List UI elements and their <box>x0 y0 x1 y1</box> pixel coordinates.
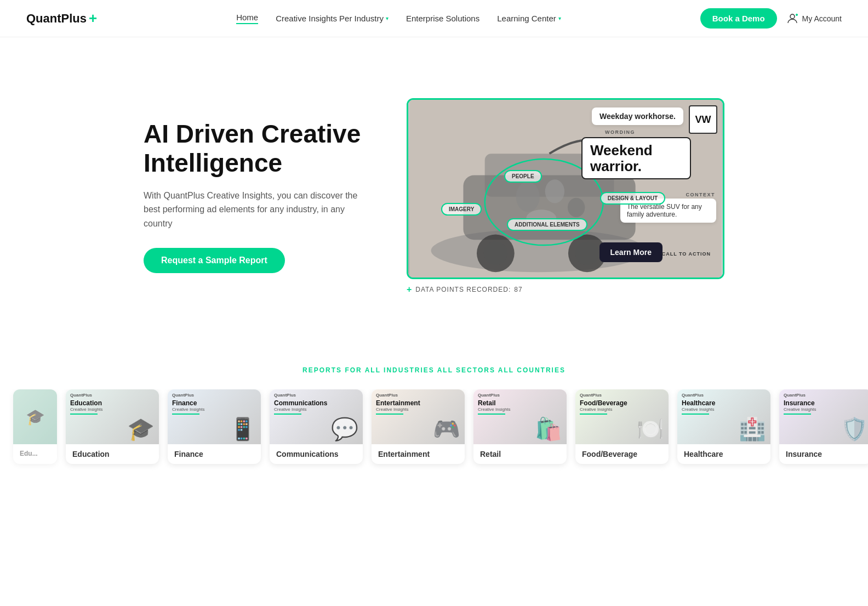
weekday-text: Weekday workhorse. <box>599 112 676 121</box>
nav-creative-insights[interactable]: Creative Insights Per Industry ▾ <box>276 14 389 23</box>
list-item[interactable]: 🛡️ QuantPlus Insurance Creative Insights… <box>779 389 868 464</box>
nav-learning-center[interactable]: Learning Center ▾ <box>497 14 561 23</box>
list-item[interactable]: 🛍️ QuantPlus Retail Creative Insights Re… <box>473 389 567 464</box>
weekend-box: Weekend warrior. <box>581 137 691 179</box>
weekday-box: Weekday workhorse. <box>592 107 683 125</box>
list-item[interactable]: 🎓 QuantPlus Education Creative Insights … <box>66 389 159 464</box>
vw-logo: VW <box>689 105 717 134</box>
account-icon <box>786 12 799 25</box>
nav-home[interactable]: Home <box>236 13 258 24</box>
nav-enterprise[interactable]: Enterprise Solutions <box>406 14 479 23</box>
my-account-link[interactable]: My Account <box>786 12 842 25</box>
cta-label: CALL TO ACTION <box>662 251 711 257</box>
wording-label: WORDING <box>605 129 635 135</box>
data-points-label: DATA POINTS RECORDED: <box>415 286 511 293</box>
list-item[interactable]: 🎓 Edu... <box>13 389 57 464</box>
logo-text: QuantPlus <box>26 12 87 26</box>
svg-point-0 <box>790 14 795 19</box>
hero-subtitle: With QuantPlus Creative Insights, you ca… <box>144 189 363 231</box>
request-sample-button[interactable]: Request a Sample Report <box>144 248 285 273</box>
reports-section: REPORTS FOR ALL INDUSTRIES ALL SECTORS A… <box>0 344 868 486</box>
industry-carousel[interactable]: 🎓 Edu... 🎓 QuantPlus Education Creative … <box>0 389 868 475</box>
people-tag: PEOPLE <box>504 170 542 183</box>
book-demo-button[interactable]: Book a Demo <box>700 8 777 29</box>
list-item[interactable]: 🏥 QuantPlus Healthcare Creative Insights… <box>677 389 770 464</box>
list-item[interactable]: 📱 QuantPlus Finance Creative Insights Fi… <box>168 389 261 464</box>
cta-button[interactable]: Learn More <box>599 242 663 262</box>
ad-overlay: VW Weekday workhorse. WORDING Weekend wa… <box>408 100 723 277</box>
list-item[interactable]: 💬 QuantPlus Communications Creative Insi… <box>270 389 363 464</box>
hero-ad-image: VW Weekday workhorse. WORDING Weekend wa… <box>407 98 724 279</box>
nav-actions: Book a Demo My Account <box>700 8 842 29</box>
hero-title: AI Driven Creative Intelligence <box>144 120 363 178</box>
nav-links: Home Creative Insights Per Industry ▾ En… <box>236 13 561 24</box>
data-plus-icon: + <box>407 285 412 294</box>
data-points: + DATA POINTS RECORDED: 87 <box>407 285 724 294</box>
logo-plus: + <box>89 10 97 27</box>
chevron-down-icon: ▾ <box>386 15 389 21</box>
data-points-value: 87 <box>514 286 522 293</box>
logo[interactable]: QuantPlus+ <box>26 10 97 27</box>
reports-label: REPORTS FOR ALL INDUSTRIES ALL SECTORS A… <box>0 366 868 374</box>
car-background: VW Weekday workhorse. WORDING Weekend wa… <box>408 100 723 277</box>
design-tag: DESIGN & LAYOUT <box>600 192 665 205</box>
my-account-label: My Account <box>802 14 842 23</box>
hero-section: AI Driven Creative Intelligence With Qua… <box>0 37 868 344</box>
context-label: CONTEXT <box>686 192 715 197</box>
chevron-down-icon: ▾ <box>558 15 561 21</box>
weekend-text: Weekend warrior. <box>590 143 682 174</box>
list-item[interactable]: 🍽️ QuantPlus Food/Beverage Creative Insi… <box>575 389 669 464</box>
navbar: QuantPlus+ Home Creative Insights Per In… <box>0 0 868 37</box>
additional-tag: ADDITIONAL ELEMENTS <box>507 218 587 231</box>
hero-left: AI Driven Creative Intelligence With Qua… <box>144 120 363 274</box>
list-item[interactable]: 🎮 QuantPlus Entertainment Creative Insig… <box>372 389 465 464</box>
hero-right: VW Weekday workhorse. WORDING Weekend wa… <box>407 98 724 294</box>
imagery-tag: IMAGERY <box>441 203 482 216</box>
